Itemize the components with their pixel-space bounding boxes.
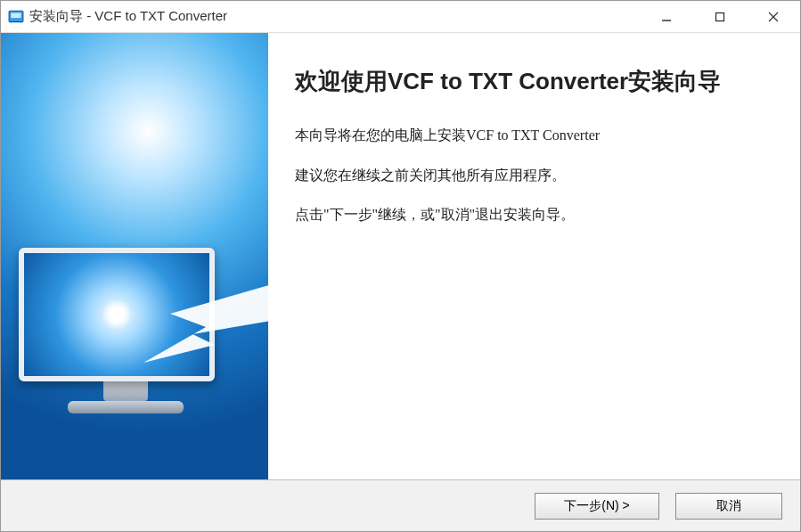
svg-rect-3 [716, 12, 724, 20]
description-line-2: 建议您在继续之前关闭其他所有应用程序。 [295, 162, 773, 189]
app-icon [8, 9, 24, 25]
maximize-button[interactable] [693, 1, 747, 32]
monitor-graphic [19, 248, 233, 417]
wizard-banner [1, 33, 268, 479]
next-button[interactable]: 下一步(N) > [535, 493, 659, 520]
wizard-body: 欢迎使用VCF to TXT Converter安装向导 本向导将在您的电脑上安… [1, 33, 800, 479]
minimize-button[interactable] [640, 1, 693, 32]
welcome-heading: 欢迎使用VCF to TXT Converter安装向导 [295, 65, 773, 97]
wizard-footer: 下一步(N) > 取消 [1, 479, 800, 531]
description-line-1: 本向导将在您的电脑上安装VCF to TXT Converter [295, 122, 773, 149]
description-line-3: 点击"下一步"继续，或"取消"退出安装向导。 [295, 201, 773, 228]
close-button[interactable] [747, 1, 800, 32]
window-controls [640, 1, 800, 32]
window-title: 安装向导 - VCF to TXT Converter [29, 8, 640, 25]
wizard-content: 欢迎使用VCF to TXT Converter安装向导 本向导将在您的电脑上安… [268, 33, 800, 479]
installer-window: 安装向导 - VCF to TXT Converter [0, 0, 801, 532]
titlebar: 安装向导 - VCF to TXT Converter [1, 1, 800, 33]
cancel-button[interactable]: 取消 [675, 493, 782, 520]
svg-rect-1 [11, 12, 20, 18]
